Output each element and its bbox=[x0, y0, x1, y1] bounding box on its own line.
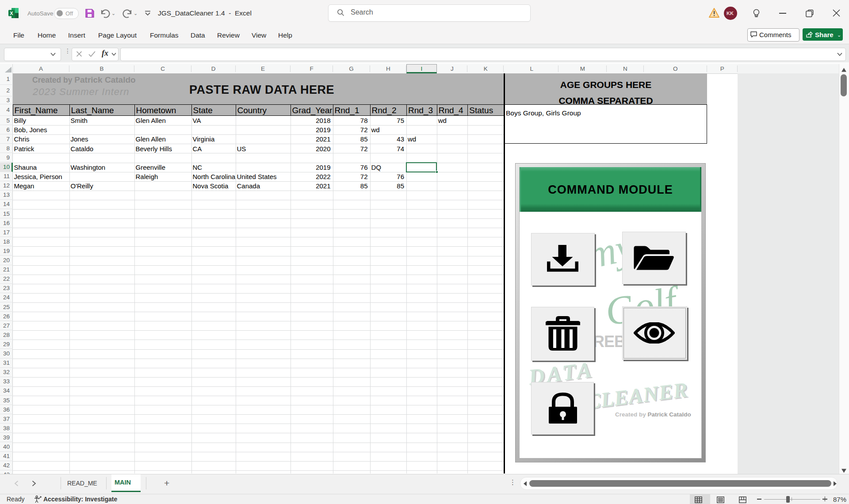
svg-text:X: X bbox=[10, 11, 13, 16]
